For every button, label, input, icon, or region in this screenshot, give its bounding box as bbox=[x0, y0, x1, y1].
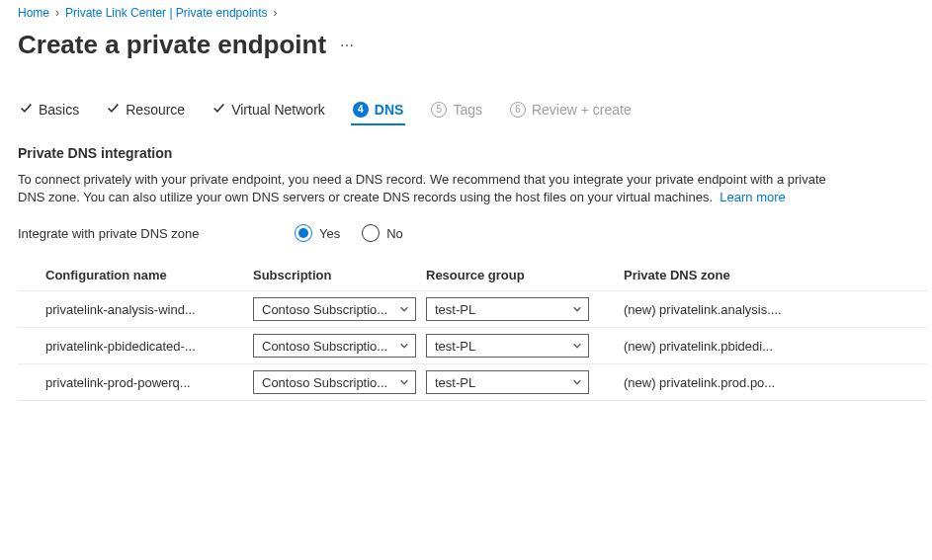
subscription-select[interactable]: Contoso Subscriptio... bbox=[253, 297, 416, 321]
chevron-down-icon bbox=[399, 375, 409, 390]
breadcrumb: Home › Private Link Center | Private end… bbox=[18, 4, 914, 26]
config-name: privatelink-pbidedicated-... bbox=[45, 339, 243, 354]
dns-config-table: Configuration name Subscription Resource… bbox=[18, 260, 927, 401]
tab-tags[interactable]: 5 Tags bbox=[429, 96, 484, 125]
table-row: privatelink-prod-powerq... Contoso Subsc… bbox=[18, 364, 927, 401]
config-name: privatelink-prod-powerq... bbox=[45, 375, 243, 390]
tab-label: DNS bbox=[375, 102, 404, 118]
select-value: test-PL bbox=[435, 375, 572, 390]
chevron-down-icon bbox=[572, 375, 582, 390]
select-value: Contoso Subscriptio... bbox=[262, 375, 399, 390]
section-description: To connect privately with your private e… bbox=[18, 171, 828, 206]
tab-basics[interactable]: Basics bbox=[18, 96, 81, 125]
breadcrumb-home[interactable]: Home bbox=[18, 6, 49, 20]
radio-icon bbox=[362, 224, 380, 242]
tab-review-create[interactable]: 6 Review + create bbox=[508, 96, 634, 125]
select-value: test-PL bbox=[435, 302, 572, 317]
step-number-icon: 4 bbox=[353, 102, 369, 118]
step-number-icon: 5 bbox=[431, 102, 447, 118]
chevron-right-icon: › bbox=[55, 6, 59, 20]
col-header-dns-zone: Private DNS zone bbox=[599, 268, 806, 282]
tab-dns[interactable]: 4 DNS bbox=[351, 96, 406, 125]
col-header-resource-group: Resource group bbox=[426, 268, 599, 282]
radio-no[interactable]: No bbox=[362, 224, 403, 242]
chevron-down-icon bbox=[572, 302, 582, 317]
page-title: Create a private endpoint bbox=[18, 30, 326, 60]
breadcrumb-private-link-center[interactable]: Private Link Center | Private endpoints bbox=[65, 6, 268, 20]
config-name: privatelink-analysis-wind... bbox=[45, 302, 243, 317]
check-icon bbox=[212, 102, 225, 118]
radio-label: Yes bbox=[319, 226, 340, 241]
chevron-down-icon bbox=[399, 339, 409, 354]
tab-label: Resource bbox=[126, 102, 185, 118]
more-actions-button[interactable]: ⋯ bbox=[336, 36, 360, 55]
integrate-dns-radio-group: Yes No bbox=[295, 224, 403, 242]
wizard-tabs: Basics Resource Virtual Network 4 DNS 5 … bbox=[18, 96, 914, 125]
tab-virtual-network[interactable]: Virtual Network bbox=[211, 96, 327, 125]
table-row: privatelink-analysis-wind... Contoso Sub… bbox=[18, 291, 927, 328]
select-value: test-PL bbox=[435, 339, 572, 354]
dns-zone-value: (new) privatelink.prod.po... bbox=[624, 375, 806, 390]
tab-label: Basics bbox=[39, 102, 79, 118]
radio-yes[interactable]: Yes bbox=[295, 224, 340, 242]
tab-resource[interactable]: Resource bbox=[105, 96, 187, 125]
tab-label: Review + create bbox=[532, 102, 632, 118]
tab-label: Tags bbox=[453, 102, 482, 118]
check-icon bbox=[20, 102, 33, 118]
subscription-select[interactable]: Contoso Subscriptio... bbox=[253, 334, 416, 358]
learn-more-link[interactable]: Learn more bbox=[720, 190, 785, 204]
radio-label: No bbox=[386, 226, 403, 241]
step-number-icon: 6 bbox=[510, 102, 526, 118]
section-header-dns-integration: Private DNS integration bbox=[18, 145, 914, 161]
chevron-down-icon bbox=[572, 339, 582, 354]
resource-group-select[interactable]: test-PL bbox=[426, 370, 589, 394]
dns-zone-value: (new) privatelink.analysis.... bbox=[624, 302, 806, 317]
resource-group-select[interactable]: test-PL bbox=[426, 297, 589, 321]
select-value: Contoso Subscriptio... bbox=[262, 339, 399, 354]
table-row: privatelink-pbidedicated-... Contoso Sub… bbox=[18, 328, 927, 364]
description-text: To connect privately with your private e… bbox=[18, 172, 826, 204]
dns-zone-value: (new) privatelink.pbidedi... bbox=[624, 339, 806, 354]
tab-label: Virtual Network bbox=[231, 102, 325, 118]
select-value: Contoso Subscriptio... bbox=[262, 302, 399, 317]
table-header-row: Configuration name Subscription Resource… bbox=[18, 260, 927, 291]
col-header-subscription: Subscription bbox=[253, 268, 426, 282]
check-icon bbox=[107, 102, 120, 118]
subscription-select[interactable]: Contoso Subscriptio... bbox=[253, 370, 416, 394]
chevron-down-icon bbox=[399, 302, 409, 317]
chevron-right-icon: › bbox=[274, 6, 278, 20]
radio-icon bbox=[295, 224, 312, 242]
col-header-config: Configuration name bbox=[45, 268, 253, 282]
resource-group-select[interactable]: test-PL bbox=[426, 334, 589, 358]
integrate-dns-label: Integrate with private DNS zone bbox=[18, 226, 295, 241]
